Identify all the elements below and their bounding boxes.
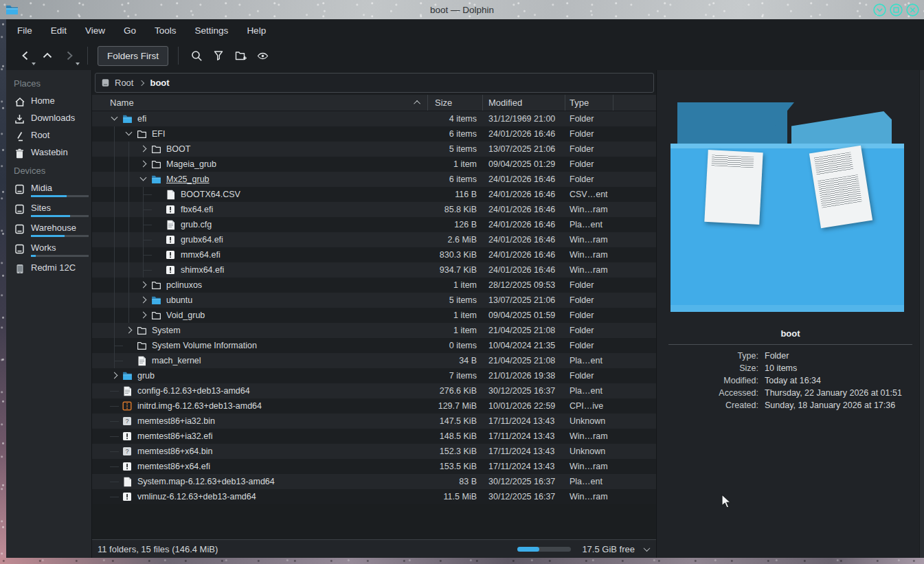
expand-arrow-icon[interactable] xyxy=(137,279,150,291)
file-name[interactable]: config-6.12.63+deb13-amd64 xyxy=(137,386,250,396)
file-name[interactable]: mach_kernel xyxy=(152,356,201,365)
table-row[interactable]: System1 item21/04/2025 21:08Folder xyxy=(92,323,656,338)
empty-view-area[interactable] xyxy=(92,504,656,539)
file-name[interactable]: grubx64.efi xyxy=(181,235,223,245)
file-name[interactable]: Mx25_grub xyxy=(166,174,210,184)
table-row[interactable]: mmx64.efi830.3 KiB24/01/2026 16:46Win…ra… xyxy=(92,247,656,262)
table-row[interactable]: vmlinuz-6.12.63+deb13-amd6411.5 MiB30/12… xyxy=(92,489,656,504)
sidebar-item-works[interactable]: Works xyxy=(6,240,91,260)
file-name[interactable]: EFI xyxy=(152,129,165,139)
table-row[interactable]: fbx64.efi85.8 KiB24/01/2026 16:46Win…ram xyxy=(92,202,656,217)
sidebar-item-warehouse[interactable]: Warehouse xyxy=(6,220,91,240)
back-history-caret-icon[interactable] xyxy=(32,63,36,65)
column-header-size[interactable]: Size xyxy=(428,95,483,111)
expand-arrow-icon[interactable] xyxy=(137,309,150,322)
file-name[interactable]: ubuntu xyxy=(166,295,192,305)
close-button[interactable] xyxy=(905,2,920,17)
up-button[interactable] xyxy=(36,45,58,67)
table-row[interactable]: grubx64.efi2.6 MiB24/01/2026 16:46Win…ra… xyxy=(92,232,656,247)
back-button[interactable] xyxy=(14,45,36,67)
file-name[interactable]: initrd.img-6.12.63+deb13-amd64 xyxy=(137,401,262,411)
forward-history-caret-icon[interactable] xyxy=(76,63,80,65)
column-header-type[interactable]: Type xyxy=(565,95,613,111)
table-row[interactable]: System.map-6.12.63+deb13-amd6483 B30/12/… xyxy=(92,474,656,489)
table-row[interactable]: initrd.img-6.12.63+deb13-amd64129.7 MiB1… xyxy=(92,398,656,414)
menu-tools[interactable]: Tools xyxy=(155,25,177,36)
table-row[interactable]: pclinuxos1 item28/12/2025 09:53Folder xyxy=(92,278,656,293)
table-row[interactable]: ubuntu5 items13/07/2025 21:06Folder xyxy=(92,293,656,308)
sidebar-item-sites[interactable]: Sites xyxy=(6,200,91,220)
menu-help[interactable]: Help xyxy=(247,25,266,36)
file-name[interactable]: Void_grub xyxy=(166,311,205,320)
preview-toggle-button[interactable] xyxy=(251,45,273,67)
table-row[interactable]: BOOT5 items13/07/2025 21:06Folder xyxy=(92,142,656,157)
table-row[interactable]: grub7 items21/01/2026 19:38Folder xyxy=(92,368,656,383)
zoom-slider[interactable] xyxy=(517,547,571,552)
menu-edit[interactable]: Edit xyxy=(51,25,67,36)
file-name[interactable]: efi xyxy=(137,114,146,124)
table-row[interactable]: Void_grub1 item09/04/2025 01:59Folder xyxy=(92,308,656,323)
table-row[interactable]: Mageia_grub1 item09/04/2025 01:29Folder xyxy=(92,157,656,172)
filter-button[interactable] xyxy=(207,45,229,67)
file-name[interactable]: BOOT xyxy=(166,144,190,154)
file-name[interactable]: memtest86+ia32.efi xyxy=(137,431,212,441)
table-row[interactable]: Mx25_grub6 items24/01/2026 16:46Folder xyxy=(92,172,656,187)
collapse-arrow-icon[interactable] xyxy=(123,128,135,140)
table-row[interactable]: memtest86+x64.efi153.5 KiB17/11/2024 13:… xyxy=(92,459,656,474)
maximize-button[interactable] xyxy=(888,2,903,17)
file-name[interactable]: Mageia_grub xyxy=(166,159,216,169)
table-row[interactable]: System Volume Information0 items10/04/20… xyxy=(92,338,656,353)
sort-order-button[interactable]: Folders First xyxy=(98,46,168,66)
breadcrumb-segment-root[interactable]: Root xyxy=(115,78,133,88)
file-name[interactable]: grub xyxy=(137,371,155,381)
info-panel-scrollbar[interactable] xyxy=(919,70,924,558)
file-name[interactable]: pclinuxos xyxy=(166,280,202,290)
breadcrumb[interactable]: Root boot xyxy=(95,73,654,93)
file-name[interactable]: System Volume Information xyxy=(152,341,257,350)
file-name[interactable]: vmlinuz-6.12.63+deb13-amd64 xyxy=(137,492,256,501)
file-name[interactable]: grub.cfg xyxy=(181,220,212,229)
forward-button[interactable] xyxy=(58,45,80,67)
file-name[interactable]: fbx64.efi xyxy=(181,205,213,214)
file-name[interactable]: memtest86+x64.efi xyxy=(137,462,210,471)
table-row[interactable]: config-6.12.63+deb13-amd64276.6 KiB30/12… xyxy=(92,383,656,398)
file-name[interactable]: System.map-6.12.63+deb13-amd64 xyxy=(137,477,275,486)
sidebar-item-downloads[interactable]: Downloads xyxy=(6,110,91,127)
sidebar-item-redmi-12c[interactable]: Redmi 12C xyxy=(6,260,91,277)
file-name[interactable]: BOOTX64.CSV xyxy=(181,190,240,199)
sidebar-item-home[interactable]: Home xyxy=(6,93,91,110)
file-name[interactable]: memtest86+ia32.bin xyxy=(137,416,215,426)
file-name[interactable]: System xyxy=(152,326,181,335)
menu-file[interactable]: File xyxy=(17,25,32,36)
table-row[interactable]: grub.cfg126 B24/01/2026 16:46Pla…ent xyxy=(92,217,656,232)
expand-arrow-icon[interactable] xyxy=(137,294,150,306)
expand-arrow-icon[interactable] xyxy=(123,324,135,337)
chevron-down-icon[interactable] xyxy=(644,545,651,552)
sidebar-item-midia[interactable]: Midia xyxy=(6,180,91,200)
table-row[interactable]: ?memtest86+x64.bin152.3 KiB17/11/2024 13… xyxy=(92,444,656,459)
collapse-arrow-icon[interactable] xyxy=(137,173,150,185)
menu-go[interactable]: Go xyxy=(124,25,136,36)
table-row[interactable]: mach_kernel34 B21/04/2025 21:08Pla…ent xyxy=(92,353,656,368)
menu-view[interactable]: View xyxy=(85,25,105,36)
column-header-name[interactable]: Name xyxy=(92,95,428,111)
table-row[interactable]: shimx64.efi934.7 KiB24/01/2026 16:46Win…… xyxy=(92,262,656,278)
file-name[interactable]: shimx64.efi xyxy=(181,265,224,275)
collapse-arrow-icon[interactable] xyxy=(109,113,121,125)
new-folder-button[interactable] xyxy=(229,45,251,67)
column-header-modified[interactable]: Modified xyxy=(483,95,565,111)
table-row[interactable]: memtest86+ia32.efi148.5 KiB17/11/2024 13… xyxy=(92,429,656,444)
sidebar-item-root[interactable]: Root xyxy=(6,127,91,144)
search-button[interactable] xyxy=(185,45,207,67)
table-row[interactable]: ?memtest86+ia32.bin147.5 KiB17/11/2024 1… xyxy=(92,414,656,429)
expand-arrow-icon[interactable] xyxy=(137,143,150,155)
breadcrumb-segment-current[interactable]: boot xyxy=(150,78,169,88)
file-name[interactable]: memtest86+x64.bin xyxy=(137,447,212,456)
minimize-button[interactable] xyxy=(872,2,887,17)
table-row[interactable]: efi4 items31/12/1969 21:00Folder xyxy=(92,111,656,126)
table-row[interactable]: EFI6 items24/01/2026 16:46Folder xyxy=(92,126,656,142)
titlebar[interactable]: boot — Dolphin xyxy=(0,0,924,19)
file-name[interactable]: mmx64.efi xyxy=(181,250,221,260)
expand-arrow-icon[interactable] xyxy=(137,158,150,170)
sidebar-item-wastebin[interactable]: Wastebin xyxy=(6,144,91,161)
